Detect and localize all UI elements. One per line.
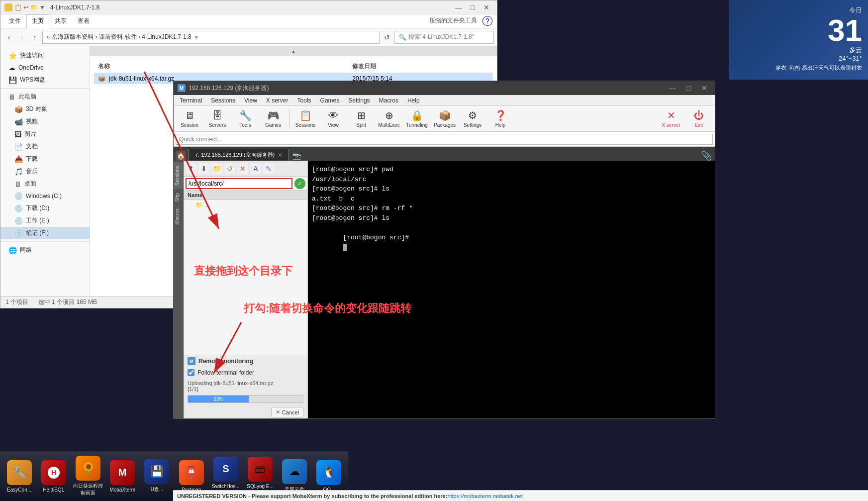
toolbar-settings[interactable]: ⚙ Settings xyxy=(460,108,485,130)
refresh-button[interactable]: ↺ xyxy=(382,32,392,43)
cancel-button[interactable]: ✕ Cancel xyxy=(271,407,303,417)
moba-tab-1[interactable]: 7. 192.168.126.129 (京淘服务器) ✕ xyxy=(189,149,289,161)
toolbar-servers[interactable]: 🗄 Servers xyxy=(204,108,230,130)
back-button[interactable]: ‹ xyxy=(3,32,14,43)
taskbar-app-easycon[interactable]: 🔧 EasyCon... xyxy=(4,460,34,493)
col-name[interactable]: 名称 xyxy=(94,60,348,73)
toolbar-session[interactable]: 🖥 Session xyxy=(177,108,202,130)
ribbon-help-button[interactable]: ? xyxy=(482,16,492,26)
toolbar-packages[interactable]: 📦 Packages xyxy=(432,108,458,130)
sidebar-item-pictures[interactable]: 🖼 图片 xyxy=(0,128,90,140)
sftp-path-bar: ✓ xyxy=(184,177,307,191)
close-button[interactable]: ✕ xyxy=(480,2,493,12)
maximize-button[interactable]: □ xyxy=(466,2,479,12)
sftp-download-btn[interactable]: ⬇ xyxy=(198,163,209,174)
sftp-toolbar: ⬆ ⬇ 📁 ↺ ✕ A ✎ xyxy=(184,161,307,177)
remote-monitoring-item[interactable]: M Remote monitoring xyxy=(184,355,307,367)
tab-home[interactable]: 主页 xyxy=(26,14,49,28)
games-label: Games xyxy=(265,122,281,128)
menu-view[interactable]: View xyxy=(240,96,261,105)
sidebar-label-cdrive: Windows (C:) xyxy=(26,193,62,200)
sidebar-item-ddrive[interactable]: 💿 下载 (D:) xyxy=(0,202,90,214)
sidebar-item-edrive[interactable]: 💿 工作 (E:) xyxy=(0,214,90,227)
menu-terminal[interactable]: Terminal xyxy=(176,96,206,105)
taskbar-app-heidisql[interactable]: H HeidiSQL xyxy=(38,460,69,493)
toolbar-help[interactable]: ❓ Help xyxy=(487,108,513,130)
sftp-sidebar-label[interactable]: Sftp xyxy=(174,190,183,205)
menu-settings[interactable]: Settings xyxy=(344,96,374,105)
taskbar-app-sunflower[interactable]: 🌻 向日葵远程控制画面 xyxy=(73,456,103,497)
menu-tools[interactable]: Tools xyxy=(293,96,315,105)
sftp-refresh-btn[interactable]: ↺ xyxy=(224,163,235,174)
menu-xserver[interactable]: X server xyxy=(262,96,292,105)
toolbar-split[interactable]: ⊞ Split xyxy=(348,108,374,130)
sftp-delete-btn[interactable]: ✕ xyxy=(237,163,248,174)
tab-view[interactable]: 查看 xyxy=(72,14,95,28)
moba-maximize-button[interactable]: □ xyxy=(682,83,695,93)
toolbar-games[interactable]: 🎮 Games xyxy=(260,108,286,130)
sftp-path-input[interactable] xyxy=(186,178,292,189)
menu-help[interactable]: Help xyxy=(403,96,424,105)
macros-sidebar-label[interactable]: Macros xyxy=(174,205,183,228)
tab-file[interactable]: 文件 xyxy=(3,14,26,28)
toolbar-sessions[interactable]: 📋 Sessions xyxy=(292,108,318,130)
minimize-button[interactable]: — xyxy=(452,2,465,12)
sidebar-item-onedrive[interactable]: ☁ OneDrive xyxy=(0,62,90,74)
sftp-path-ok[interactable]: ✓ xyxy=(294,178,305,189)
col-date[interactable]: 修改日期 xyxy=(348,60,493,73)
sftp-edit-btn[interactable]: ✎ xyxy=(263,163,274,174)
tab-close-1[interactable]: ✕ xyxy=(278,152,283,159)
sidebar-item-fdrive[interactable]: 💿 笔记 (F:) xyxy=(0,227,90,239)
sidebar-item-music[interactable]: 🎵 音乐 xyxy=(0,165,90,178)
moba-close-button[interactable]: ✕ xyxy=(698,83,711,93)
sidebar-item-3dobj[interactable]: 📦 3D 对象 xyxy=(0,103,90,115)
follow-terminal-checkbox[interactable] xyxy=(188,369,194,376)
menu-games[interactable]: Games xyxy=(316,96,344,105)
upload-status-row: Uploading jdk-8u51-linux-x64.tar.gz [1/1… xyxy=(184,378,307,394)
tab-share[interactable]: 共享 xyxy=(49,14,72,28)
sidebar-item-wpsdrive[interactable]: 💾 WPS网盘 xyxy=(0,74,90,86)
address-bar[interactable]: « 京海新版本资料 › 课前资料-软件 › 4-LinuxJDK1.7-1.8 … xyxy=(42,31,380,44)
toolbar-exit[interactable]: ⏻ Exit xyxy=(686,108,712,130)
sidebar-item-documents[interactable]: 📄 文档 xyxy=(0,140,90,153)
sidebar-item-cdrive[interactable]: 💿 Windows (C:) xyxy=(0,190,90,202)
unreg-link[interactable]: https://mobaxterm.mobatek.net xyxy=(447,493,523,499)
search-bar[interactable]: 🔍 搜索"4-LinuxJDK1.7-1.8" xyxy=(394,31,494,44)
home-tab-icon[interactable]: 🏠 xyxy=(176,151,186,161)
sunflower-label: 向日葵远程控制画面 xyxy=(73,483,103,497)
sftp-file-item-dotdot[interactable]: 📁 .. xyxy=(184,200,307,210)
cancel-label: Cancel xyxy=(282,409,299,415)
taskbar-app-mobaxterm[interactable]: M MobaXterm xyxy=(107,460,138,493)
sftp-newfolder-btn[interactable]: 📁 xyxy=(211,163,222,174)
sidebar-item-quickaccess[interactable]: ⭐ 快速访问 xyxy=(0,49,90,62)
toolbar-xserver[interactable]: ✕ X server xyxy=(658,108,684,130)
terminal-area[interactable]: [root@bogon src]# pwd /usr/local/src [ro… xyxy=(308,161,715,418)
up-button[interactable]: ↑ xyxy=(29,32,40,43)
forward-button[interactable]: › xyxy=(16,32,27,43)
sftp-rename-btn[interactable]: A xyxy=(250,163,261,174)
collapse-bar[interactable]: ▲ xyxy=(90,46,497,56)
menu-macros[interactable]: Macros xyxy=(375,96,402,105)
sidebar-item-network[interactable]: 🌐 网络 xyxy=(0,244,90,256)
toolbar-multiexec[interactable]: ⊕ MultiExec xyxy=(376,108,402,130)
sidebar-item-downloads[interactable]: 📥 下载 xyxy=(0,153,90,165)
quick-connect-input[interactable] xyxy=(176,134,713,145)
easycon-label: EasyCon... xyxy=(7,487,31,493)
toolbar-tunneling[interactable]: 🔒 Tunneling xyxy=(404,108,430,130)
menu-sessions[interactable]: Sessions xyxy=(207,96,239,105)
mobaxterm-taskbar-icon: M xyxy=(110,460,135,485)
sessions-sidebar-label[interactable]: Sessions xyxy=(174,163,183,189)
taskbar-app-tianyun[interactable]: ☁ 天翼云盘 xyxy=(280,459,310,493)
taskbar-app-postman[interactable]: 📮 Postman xyxy=(176,460,206,493)
sidebar-label-desktop: 桌面 xyxy=(24,180,36,188)
taskbar-app-qq[interactable]: 🐧 QQ... xyxy=(314,460,344,493)
taskbar-app-udisk[interactable]: 💾 U盘... xyxy=(142,459,172,493)
toolbar-view[interactable]: 👁 View xyxy=(320,108,346,130)
sftp-upload-btn[interactable]: ⬆ xyxy=(186,163,196,174)
moba-minimize-button[interactable]: — xyxy=(666,83,679,93)
sidebar-item-video[interactable]: 📹 视频 xyxy=(0,115,90,128)
toolbar-tools[interactable]: 🔧 Tools xyxy=(232,108,258,130)
sidebar-item-thispc[interactable]: 🖥 此电脑 xyxy=(0,91,90,103)
explorer-title: 4-LinuxJDK1.7-1.8 xyxy=(47,4,450,11)
sidebar-item-desktop[interactable]: 🖥 桌面 xyxy=(0,178,90,190)
